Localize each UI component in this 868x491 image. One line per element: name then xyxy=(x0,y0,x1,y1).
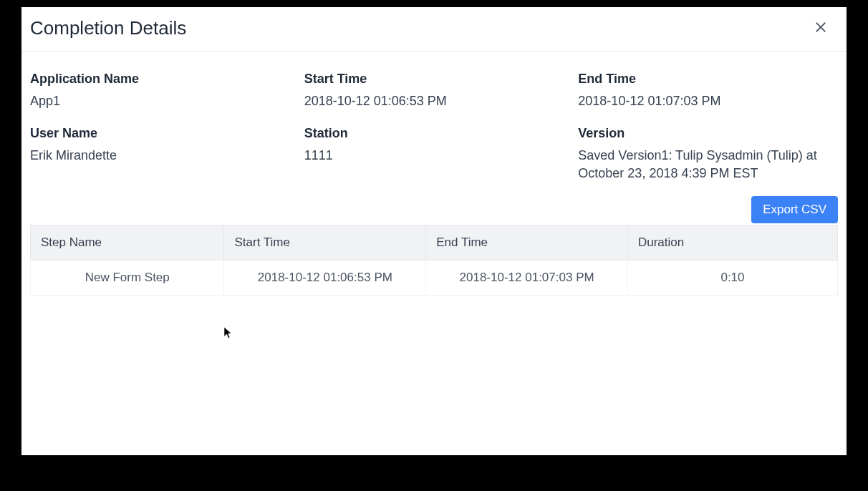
field-end-time: End Time 2018-10-12 01:07:03 PM xyxy=(578,72,838,110)
export-csv-button[interactable]: Export CSV xyxy=(751,196,838,223)
col-step-name: Step Name xyxy=(31,225,224,260)
field-user-name: User Name Erik Mirandette xyxy=(30,126,290,183)
field-value: App1 xyxy=(30,92,290,110)
table-row: New Form Step 2018-10-12 01:06:53 PM 201… xyxy=(31,260,838,295)
col-end-time: End Time xyxy=(426,225,628,260)
cell-end-time: 2018-10-12 01:07:03 PM xyxy=(426,260,628,295)
actions-row: Export CSV xyxy=(30,196,838,223)
field-station: Station 1111 xyxy=(304,126,564,183)
field-label: End Time xyxy=(578,72,838,87)
field-value: 1111 xyxy=(304,147,564,165)
field-value: Erik Mirandette xyxy=(30,147,290,165)
field-start-time: Start Time 2018-10-12 01:06:53 PM xyxy=(304,72,564,110)
close-icon xyxy=(814,20,828,37)
field-value: Saved Version1: Tulip Sysadmin (Tulip) a… xyxy=(578,147,838,183)
cell-duration: 0:10 xyxy=(627,260,837,295)
modal-title: Completion Details xyxy=(30,17,186,39)
field-application-name: Application Name App1 xyxy=(30,72,290,110)
details-grid: Application Name App1 Start Time 2018-10… xyxy=(30,72,838,183)
steps-table: Step Name Start Time End Time Duration N… xyxy=(30,225,838,296)
col-start-time: Start Time xyxy=(224,225,426,260)
completion-details-modal: Completion Details Application Name App1… xyxy=(21,7,847,455)
col-duration: Duration xyxy=(627,225,837,260)
modal-header: Completion Details xyxy=(21,7,847,52)
close-button[interactable] xyxy=(811,19,831,39)
field-label: Start Time xyxy=(304,72,564,87)
field-version: Version Saved Version1: Tulip Sysadmin (… xyxy=(578,126,838,183)
field-value: 2018-10-12 01:06:53 PM xyxy=(304,92,564,110)
cell-start-time: 2018-10-12 01:06:53 PM xyxy=(224,260,426,295)
modal-body: Application Name App1 Start Time 2018-10… xyxy=(21,52,847,455)
cell-step-name: New Form Step xyxy=(31,260,224,295)
field-label: User Name xyxy=(30,126,290,141)
field-label: Station xyxy=(304,126,564,141)
field-label: Version xyxy=(578,126,838,141)
table-header-row: Step Name Start Time End Time Duration xyxy=(31,225,838,260)
field-label: Application Name xyxy=(30,72,290,87)
field-value: 2018-10-12 01:07:03 PM xyxy=(578,92,838,110)
